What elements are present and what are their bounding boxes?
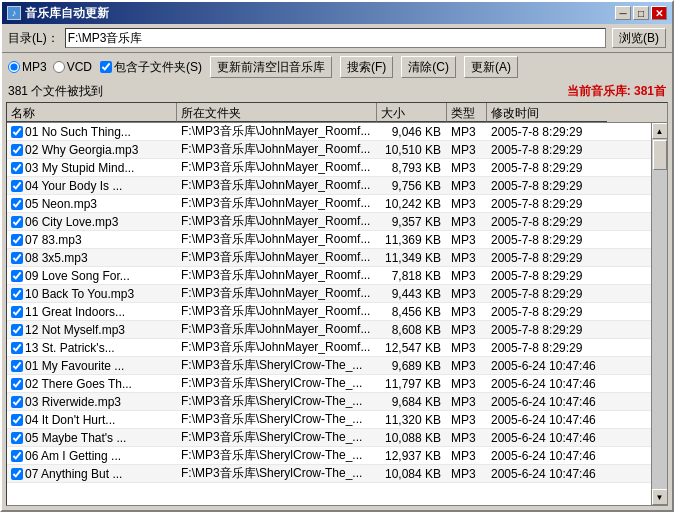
vcd-radio[interactable] — [53, 61, 65, 73]
row-checkbox[interactable] — [11, 126, 23, 138]
row-checkbox[interactable] — [11, 270, 23, 282]
scroll-down-arrow[interactable]: ▼ — [652, 489, 668, 505]
row-checkbox[interactable] — [11, 180, 23, 192]
file-name: 05 Maybe That's ... — [25, 431, 126, 445]
cell-folder: F:\MP3音乐库\JohnMayer_Roomf... — [177, 338, 377, 357]
update-clear-button[interactable]: 更新前清空旧音乐库 — [210, 56, 332, 78]
cell-date: 2005-6-24 10:47:46 — [487, 412, 607, 428]
row-checkbox[interactable] — [11, 360, 23, 372]
table-row[interactable]: 06 City Love.mp3 F:\MP3音乐库\JohnMayer_Roo… — [7, 213, 651, 231]
col-header-size[interactable]: 大小 — [377, 103, 447, 122]
row-checkbox[interactable] — [11, 324, 23, 336]
file-list-container: 名称 所在文件夹 大小 类型 修改时间 01 No Such Thing... … — [6, 102, 668, 506]
cell-folder: F:\MP3音乐库\JohnMayer_Roomf... — [177, 302, 377, 321]
table-row[interactable]: 07 83.mp3 F:\MP3音乐库\JohnMayer_Roomf... 1… — [7, 231, 651, 249]
cell-date: 2005-7-8 8:29:29 — [487, 178, 607, 194]
table-row[interactable]: 05 Neon.mp3 F:\MP3音乐库\JohnMayer_Roomf...… — [7, 195, 651, 213]
cell-folder: F:\MP3音乐库\JohnMayer_Roomf... — [177, 123, 377, 141]
scrollbar[interactable]: ▲ ▼ — [651, 123, 667, 505]
scroll-track[interactable] — [652, 139, 668, 489]
subfolders-checkbox-item: 包含子文件夹(S) — [100, 59, 202, 76]
table-row[interactable]: 12 Not Myself.mp3 F:\MP3音乐库\JohnMayer_Ro… — [7, 321, 651, 339]
row-checkbox[interactable] — [11, 342, 23, 354]
row-checkbox[interactable] — [11, 162, 23, 174]
cell-type: MP3 — [447, 250, 487, 266]
file-name: 06 Am I Getting ... — [25, 449, 121, 463]
subfolders-label: 包含子文件夹(S) — [114, 59, 202, 76]
table-row[interactable]: 03 Riverwide.mp3 F:\MP3音乐库\SherylCrow-Th… — [7, 393, 651, 411]
row-checkbox[interactable] — [11, 144, 23, 156]
subfolders-checkbox[interactable] — [100, 61, 112, 73]
table-row[interactable]: 07 Anything But ... F:\MP3音乐库\SherylCrow… — [7, 465, 651, 483]
col-header-type[interactable]: 类型 — [447, 103, 487, 122]
clear-button[interactable]: 清除(C) — [401, 56, 456, 78]
row-checkbox[interactable] — [11, 288, 23, 300]
minimize-button[interactable]: ─ — [615, 6, 631, 20]
cell-type: MP3 — [447, 358, 487, 374]
cell-date: 2005-6-24 10:47:46 — [487, 394, 607, 410]
file-name: 01 My Favourite ... — [25, 359, 124, 373]
file-name: 01 No Such Thing... — [25, 125, 131, 139]
cell-type: MP3 — [447, 142, 487, 158]
cell-name: 13 St. Patrick's... — [7, 340, 177, 356]
cell-folder: F:\MP3音乐库\SherylCrow-The_... — [177, 392, 377, 411]
browse-button[interactable]: 浏览(B) — [612, 28, 666, 48]
cell-date: 2005-7-8 8:29:29 — [487, 250, 607, 266]
row-checkbox[interactable] — [11, 432, 23, 444]
row-checkbox[interactable] — [11, 306, 23, 318]
table-row[interactable]: 02 There Goes Th... F:\MP3音乐库\SherylCrow… — [7, 375, 651, 393]
table-row[interactable]: 02 Why Georgia.mp3 F:\MP3音乐库\JohnMayer_R… — [7, 141, 651, 159]
cell-date: 2005-7-8 8:29:29 — [487, 142, 607, 158]
row-checkbox[interactable] — [11, 216, 23, 228]
maximize-button[interactable]: □ — [633, 6, 649, 20]
cell-type: MP3 — [447, 322, 487, 338]
file-list-body[interactable]: 01 No Such Thing... F:\MP3音乐库\JohnMayer_… — [7, 123, 651, 505]
table-row[interactable]: 09 Love Song For... F:\MP3音乐库\JohnMayer_… — [7, 267, 651, 285]
cell-name: 05 Neon.mp3 — [7, 196, 177, 212]
table-row[interactable]: 03 My Stupid Mind... F:\MP3音乐库\JohnMayer… — [7, 159, 651, 177]
row-checkbox[interactable] — [11, 252, 23, 264]
scroll-thumb[interactable] — [653, 140, 667, 170]
row-checkbox[interactable] — [11, 198, 23, 210]
table-row[interactable]: 13 St. Patrick's... F:\MP3音乐库\JohnMayer_… — [7, 339, 651, 357]
cell-folder: F:\MP3音乐库\SherylCrow-The_... — [177, 374, 377, 393]
row-checkbox[interactable] — [11, 468, 23, 480]
format-radio-group: MP3 VCD — [8, 60, 92, 74]
mp3-radio[interactable] — [8, 61, 20, 73]
update-button[interactable]: 更新(A) — [464, 56, 518, 78]
cell-size: 9,046 KB — [377, 124, 447, 140]
row-checkbox[interactable] — [11, 414, 23, 426]
table-row[interactable]: 11 Great Indoors... F:\MP3音乐库\JohnMayer_… — [7, 303, 651, 321]
cell-size: 11,797 KB — [377, 376, 447, 392]
table-row[interactable]: 04 It Don't Hurt... F:\MP3音乐库\SherylCrow… — [7, 411, 651, 429]
cell-date: 2005-7-8 8:29:29 — [487, 304, 607, 320]
cell-folder: F:\MP3音乐库\JohnMayer_Roomf... — [177, 230, 377, 249]
row-checkbox[interactable] — [11, 396, 23, 408]
table-row[interactable]: 01 My Favourite ... F:\MP3音乐库\SherylCrow… — [7, 357, 651, 375]
cell-date: 2005-6-24 10:47:46 — [487, 466, 607, 482]
file-name: 04 Your Body Is ... — [25, 179, 122, 193]
row-checkbox[interactable] — [11, 378, 23, 390]
file-name: 03 My Stupid Mind... — [25, 161, 134, 175]
col-header-folder[interactable]: 所在文件夹 — [177, 103, 377, 122]
row-checkbox[interactable] — [11, 234, 23, 246]
row-checkbox[interactable] — [11, 450, 23, 462]
table-row[interactable]: 04 Your Body Is ... F:\MP3音乐库\JohnMayer_… — [7, 177, 651, 195]
search-button[interactable]: 搜索(F) — [340, 56, 393, 78]
table-row[interactable]: 08 3x5.mp3 F:\MP3音乐库\JohnMayer_Roomf... … — [7, 249, 651, 267]
col-header-date[interactable]: 修改时间 — [487, 103, 607, 122]
col-header-name[interactable]: 名称 — [7, 103, 177, 122]
dir-input[interactable] — [65, 28, 606, 48]
scroll-up-arrow[interactable]: ▲ — [652, 123, 668, 139]
table-row[interactable]: 10 Back To You.mp3 F:\MP3音乐库\JohnMayer_R… — [7, 285, 651, 303]
table-row[interactable]: 01 No Such Thing... F:\MP3音乐库\JohnMayer_… — [7, 123, 651, 141]
table-row[interactable]: 06 Am I Getting ... F:\MP3音乐库\SherylCrow… — [7, 447, 651, 465]
cell-type: MP3 — [447, 268, 487, 284]
close-button[interactable]: ✕ — [651, 6, 667, 20]
cell-size: 10,242 KB — [377, 196, 447, 212]
cell-size: 11,349 KB — [377, 250, 447, 266]
cell-size: 10,084 KB — [377, 466, 447, 482]
cell-date: 2005-6-24 10:47:46 — [487, 376, 607, 392]
table-row[interactable]: 05 Maybe That's ... F:\MP3音乐库\SherylCrow… — [7, 429, 651, 447]
cell-folder: F:\MP3音乐库\SherylCrow-The_... — [177, 446, 377, 465]
